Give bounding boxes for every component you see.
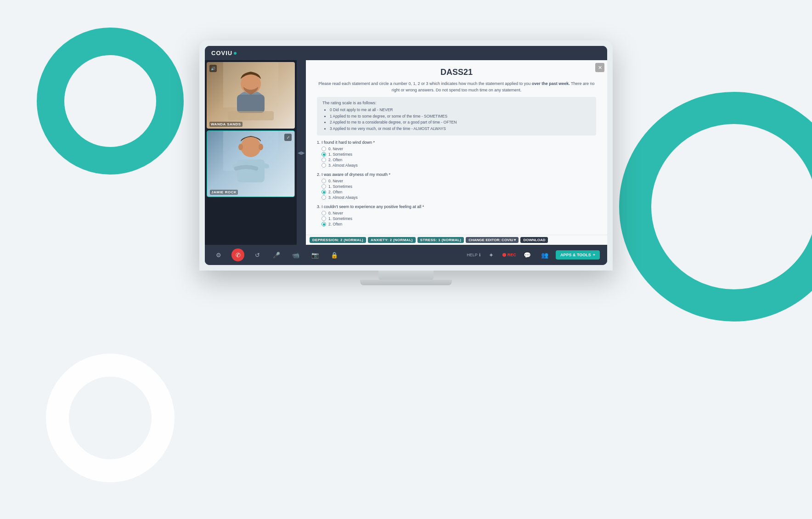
- rating-item-1: 1 Applied to me to some degree, or some …: [330, 113, 591, 120]
- q2-label-0: 0. Never: [328, 179, 343, 183]
- form-intro: Please read each statement and circle a …: [317, 81, 596, 93]
- snapshot-icon: 📷: [311, 252, 319, 259]
- q1-radio-0[interactable]: [321, 147, 326, 151]
- q2-radio-0[interactable]: [321, 179, 326, 183]
- q2-option-1[interactable]: 1. Sometimes: [317, 184, 596, 189]
- mic-icon: 🎤: [273, 252, 280, 259]
- toolbar: ⚙ ✆ ↺ 🎤 📹: [205, 245, 607, 265]
- speaker-icon[interactable]: 🔊: [209, 65, 217, 72]
- q3-label-2: 2. Often: [328, 222, 342, 226]
- participants-icon: 👥: [541, 252, 548, 259]
- apps-tools-button[interactable]: APPS & TOOLS +: [556, 250, 600, 260]
- rec-button[interactable]: REC: [502, 253, 516, 257]
- q2-label-2: 2. Often: [328, 190, 342, 194]
- coviu-logo-dot: [234, 52, 237, 55]
- rating-scale: The rating scale is as follows: 0 Did no…: [317, 97, 596, 135]
- settings-icon: ⚙: [216, 252, 221, 259]
- snapshot-button[interactable]: 📷: [309, 248, 321, 261]
- svg-rect-3: [237, 95, 265, 113]
- q3-radio-1[interactable]: [321, 216, 326, 221]
- scroll-arrows: ◀▶: [298, 150, 305, 155]
- download-button[interactable]: DOWNLOAD: [520, 237, 548, 243]
- q1-option-1[interactable]: 1. Sometimes: [317, 152, 596, 157]
- help-info-icon: ℹ: [479, 253, 480, 257]
- q3-option-1[interactable]: 1. Sometimes: [317, 216, 596, 221]
- form-content: DASS21 Please read each statement and ci…: [306, 60, 607, 235]
- apps-tools-label: APPS & TOOLS: [560, 253, 591, 257]
- mic-button[interactable]: 🎤: [270, 248, 283, 261]
- q1-option-3[interactable]: 3. Almost Always: [317, 163, 596, 168]
- q3-option-0[interactable]: 0. Never: [317, 211, 596, 215]
- change-editor-button[interactable]: CHANGE EDITOR: COVIU ▾: [466, 237, 519, 243]
- q1-radio-1[interactable]: [321, 152, 326, 157]
- q2-option-0[interactable]: 0. Never: [317, 179, 596, 183]
- q2-radio-1[interactable]: [321, 184, 326, 189]
- magic-button[interactable]: ✦: [485, 248, 498, 261]
- settings-button[interactable]: ⚙: [212, 248, 225, 261]
- expand-icon[interactable]: ⤢: [284, 134, 292, 141]
- q1-option-0[interactable]: 0. Never: [317, 147, 596, 151]
- participants-button[interactable]: 👥: [538, 248, 551, 261]
- chat-button[interactable]: 💬: [521, 248, 534, 261]
- lock-icon: 🔒: [331, 252, 338, 259]
- question-3-label: 3. I couldn't seem to experience any pos…: [317, 204, 596, 209]
- toolbar-right: HELP ℹ ✦ REC 💬: [467, 248, 600, 261]
- q1-radio-3[interactable]: [321, 163, 326, 168]
- q3-label-0: 0. Never: [328, 211, 343, 215]
- participant1-label: WANDA SANDS: [209, 122, 242, 127]
- toolbar-left: ⚙ ✆ ↺ 🎤 📹: [212, 248, 341, 261]
- coviu-header: COVIU: [205, 46, 607, 60]
- q1-option-2[interactable]: 2. Often: [317, 158, 596, 162]
- end-call-button[interactable]: ✆: [231, 248, 244, 261]
- q2-radio-3[interactable]: [321, 195, 326, 200]
- rating-item-0: 0 Did not apply to me at all - NEVER: [330, 107, 591, 113]
- content-panel: ✕ DASS21 Please read each statement and …: [306, 60, 607, 245]
- coviu-app: COVIU 🔊: [205, 46, 607, 265]
- rec-label: REC: [508, 253, 516, 257]
- q2-label-3: 3. Almost Always: [328, 195, 358, 200]
- coviu-logo-text: COVIU: [211, 50, 232, 56]
- svg-point-7: [241, 137, 261, 157]
- svg-point-9: [259, 144, 263, 150]
- refresh-button[interactable]: ↺: [251, 248, 264, 261]
- q3-option-2[interactable]: 2. Often: [317, 222, 596, 226]
- person1-svg: [223, 62, 278, 121]
- q2-label-1: 1. Sometimes: [328, 184, 352, 189]
- camera-icon: 📹: [292, 252, 299, 259]
- lock-button[interactable]: 🔒: [328, 248, 341, 261]
- monitor-base: [360, 280, 452, 285]
- q3-label-1: 1. Sometimes: [328, 216, 352, 221]
- change-editor-label: CHANGE EDITOR: COVIU: [468, 238, 513, 242]
- question-1-block: 1. I found it hard to wind down * 0. Nev…: [317, 140, 596, 168]
- form-intro-text: Please read each statement and circle a …: [318, 81, 531, 86]
- question-2-label: 2. I was aware of dryness of my mouth *: [317, 172, 596, 177]
- svg-point-8: [238, 144, 243, 150]
- coviu-main: 🔊: [205, 60, 607, 245]
- close-button[interactable]: ✕: [595, 63, 604, 72]
- q2-option-2[interactable]: 2. Often: [317, 190, 596, 194]
- rec-dot: [502, 253, 506, 257]
- q1-radio-2[interactable]: [321, 158, 326, 162]
- q3-radio-2[interactable]: [321, 222, 326, 226]
- q2-radio-2[interactable]: [321, 190, 326, 194]
- rating-item-2: 2 Applied to me to a considerable degree…: [330, 119, 591, 126]
- refresh-icon: ↺: [255, 252, 260, 259]
- q2-option-3[interactable]: 3. Almost Always: [317, 195, 596, 200]
- q3-radio-0[interactable]: [321, 211, 326, 215]
- help-label: HELP: [467, 253, 478, 257]
- question-2-block: 2. I was aware of dryness of my mouth * …: [317, 172, 596, 200]
- panel-scroll[interactable]: ◀▶: [297, 60, 306, 245]
- svg-rect-4: [228, 111, 274, 120]
- stress-badge: STRESS: 1 (NORMAL): [417, 237, 464, 243]
- q1-label-3: 3. Almost Always: [328, 163, 358, 168]
- camera-button[interactable]: 📹: [289, 248, 302, 261]
- video-feed-1: 🔊: [207, 62, 295, 129]
- question-3-block: 3. I couldn't seem to experience any pos…: [317, 204, 596, 226]
- rating-scale-list: 0 Did not apply to me at all - NEVER 1 A…: [322, 107, 591, 132]
- help-button[interactable]: HELP ℹ: [467, 253, 480, 257]
- depression-badge: DEPRESSION: 2 (NORMAL): [310, 237, 366, 243]
- end-call-icon: ✆: [236, 252, 241, 259]
- q1-label-2: 2. Often: [328, 158, 342, 162]
- monitor-inner: COVIU 🔊: [205, 46, 607, 265]
- participant2-label: JAMIE ROCK: [210, 190, 238, 195]
